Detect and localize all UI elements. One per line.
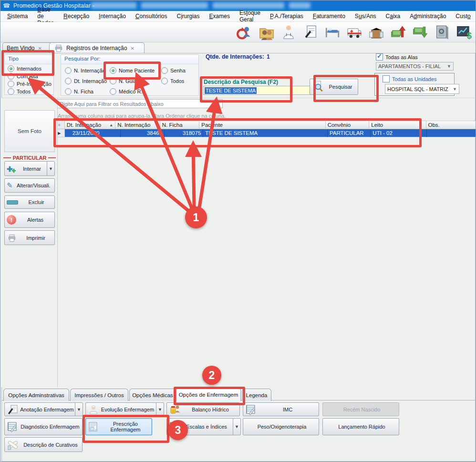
radio-icon [65, 78, 72, 84]
doc-tab-registros-de-interna-o[interactable]: Registros de Internação✕ [49, 42, 145, 53]
ala-dropdown-value: APARTAMENTOS - FILIAL [378, 63, 441, 69]
radio-label: Médico R. [119, 89, 143, 94]
convenio-label-wrap: PARTICULAR [3, 155, 56, 161]
bandage-icon [7, 439, 19, 451]
column-header-obs-[interactable]: Obs. [426, 121, 476, 129]
bottom-tab-impress-es-outros[interactable]: Impressões / Outros [70, 389, 128, 401]
button-label: Imprimir [17, 235, 54, 241]
radio-pesquisar-n-interna-o[interactable]: N. Internação [65, 67, 105, 74]
redacted-text [91, 2, 136, 9]
imprimir-button[interactable]: Imprimir [4, 230, 55, 245]
radio-label: Dt. Internação [74, 78, 107, 84]
radio-pesquisar-m-dico-r-[interactable]: Médico R. [110, 88, 143, 95]
menu-item-caixa[interactable]: Caixa [381, 11, 405, 21]
radio-label: N. Ficha [74, 89, 93, 94]
annotation-rect-pesquisar [313, 75, 379, 102]
sync-patient-icon[interactable] [235, 23, 254, 41]
menu-item-cirurgias[interactable]: Cirurgias [172, 11, 205, 21]
excluir-button[interactable]: Excluir [4, 195, 55, 209]
imc-button[interactable]: IMC [243, 402, 319, 416]
close-icon[interactable]: ✕ [130, 46, 134, 51]
button-label: Anotação Enfermagem [19, 407, 75, 412]
todas-as-unidades-label: Todas as Unidades [392, 76, 437, 82]
document-tab-strip: Bem Vindo✕Registros de Internação✕ [0, 42, 476, 53]
radio-label: N. Internação [74, 68, 105, 73]
pencil-icon: ✎ [7, 181, 13, 190]
button-label: Evolução Enfermagem [99, 407, 156, 412]
radio-pesquisar-todos[interactable]: Todos [161, 78, 184, 84]
radio-pesquisar-dt-interna-o[interactable]: Dt. Internação [65, 78, 107, 84]
toolbar: $ [0, 22, 476, 42]
menu-item-custo[interactable]: Custo [451, 11, 475, 21]
dropdown-arrow-icon[interactable]: ▼ [156, 403, 164, 416]
menu-item-faturamento[interactable]: Faturamento [308, 11, 350, 21]
peso-oxigenoterapia-button[interactable]: Peso/Oxigenoterapia [243, 418, 319, 435]
doctor-icon[interactable] [279, 23, 298, 41]
radio-pesquisar-senha[interactable]: Senha [161, 67, 186, 74]
diagn-stico-enfermagem-button[interactable]: Diagnóstico Enfermagem [4, 418, 83, 435]
button-label: Diagnóstico Enfermagem [18, 424, 82, 430]
lan-amento-r-pido-button[interactable]: Lançamento Rápido [322, 418, 399, 435]
button-label: Peso/Oxigenoterapia [245, 424, 319, 430]
menu-item-exames[interactable]: Exames [205, 11, 235, 21]
bottom-tab-op-es-adminstrativas[interactable]: Opções Adminstrativas [3, 389, 69, 401]
todas-as-unidades-checkbox[interactable]: Todas as Unidades [383, 75, 437, 82]
billing-chart-icon[interactable]: $ [454, 23, 474, 41]
menu-bar: SistemaBase de DadosRecepçãoInternaçãoCo… [0, 11, 476, 22]
bottom-tab-legenda[interactable]: Legenda [242, 389, 271, 401]
anota-o-enfermagem-button[interactable]: Anotação Enfermagem▼ [4, 402, 83, 416]
radio-tipo-pr-interna-o[interactable]: Pré-Internação [8, 81, 52, 87]
annotation-rect-table [53, 118, 422, 147]
radio-label: Pré-Internação [17, 81, 52, 87]
stock-supplies-icon[interactable] [366, 23, 386, 41]
add-icon: ✚✚ [7, 164, 17, 174]
annotation-circle-2: 2 [202, 366, 221, 385]
convenio-label: PARTICULAR [13, 155, 47, 161]
dropdown-arrow-icon[interactable]: ▼ [233, 419, 240, 435]
revenue-up-icon[interactable] [388, 23, 408, 41]
app-window: ☎ Promedico Gestão Hospitalar - SistemaB… [0, 0, 476, 462]
nurse-icon [88, 404, 99, 415]
descri-o-de-curativos-button[interactable]: Descrição de Curativos [4, 437, 83, 452]
sem-foto-label: Sem Foto [18, 128, 41, 134]
cell-obs- [427, 129, 476, 137]
menu-item-consult-rios[interactable]: Consultórios [131, 11, 172, 21]
menu-item-interna-o[interactable]: Internação [94, 11, 131, 21]
menu-item-recep-o[interactable]: Recepção [59, 11, 94, 21]
expense-down-icon[interactable] [410, 23, 430, 41]
ambulance-icon[interactable] [344, 23, 364, 41]
ala-dropdown[interactable]: APARTAMENTOS - FILIAL ▼ [376, 62, 454, 71]
button-label: Excluir [18, 199, 54, 205]
grid-filter-input[interactable]: Digite Aqui para Filtrar os Resultados A… [57, 99, 223, 108]
checkbox-checked-icon [376, 53, 383, 61]
printer-icon [7, 233, 17, 243]
radio-tipo-todos[interactable]: Todos [8, 88, 31, 95]
dropdown-arrow-icon[interactable]: ▼ [47, 162, 54, 175]
menu-item-p-a-terapias[interactable]: P.A./Terapias [265, 11, 308, 21]
checkbox-unchecked-icon [383, 75, 390, 82]
radio-icon [8, 88, 14, 95]
annotation-rect-nome-paciente [103, 62, 161, 80]
annotation-rect-prescricao [83, 415, 169, 443]
patient-records-icon[interactable] [257, 23, 276, 41]
chevron-down-icon: ▼ [453, 87, 457, 92]
dropdown-arrow-icon[interactable]: ▼ [75, 403, 83, 416]
bottom-tab-op-es-m-dicas[interactable]: Opções Médicas [129, 389, 176, 401]
safe-icon[interactable] [432, 23, 452, 41]
hospital-bed-icon[interactable] [322, 23, 342, 41]
internar-button[interactable]: ✚✚Internar▼ [4, 161, 55, 176]
menu-item-sistema[interactable]: Sistema [2, 11, 32, 21]
radio-pesquisar-n-ficha[interactable]: N. Ficha [65, 88, 93, 95]
doc-tab-label: Registros de Internação [66, 45, 127, 51]
clipboard-pen-icon [7, 404, 19, 415]
alertas-button[interactable]: !Alertas [4, 212, 55, 228]
contract-icon[interactable] [300, 23, 320, 41]
printer-icon [53, 43, 64, 53]
unidade-dropdown[interactable]: HOSPITAL SQL - MATRIZ ▼ [385, 84, 459, 94]
menu-item-sus-ans[interactable]: Sus/Ans [350, 11, 381, 21]
alterar-visuali--button[interactable]: ✎Alterar/Visuali. [4, 178, 55, 193]
evolu-o-enfermagem-button[interactable]: Evolução Enfermagem▼ [85, 402, 164, 416]
todas-as-alas-checkbox[interactable]: Todas as Alas [376, 53, 418, 61]
button-label: Descrição de Curativos [19, 442, 82, 448]
menu-item-administra-o[interactable]: Administração [405, 11, 451, 21]
